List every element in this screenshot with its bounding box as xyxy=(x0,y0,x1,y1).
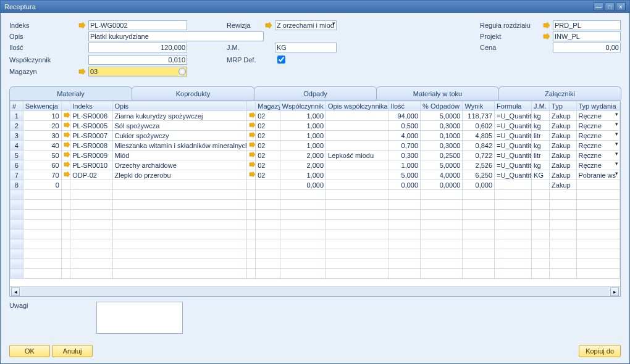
empty-cell[interactable] xyxy=(532,230,550,239)
link-arrow-icon[interactable] xyxy=(543,33,550,40)
empty-cell[interactable] xyxy=(495,269,532,279)
column-header[interactable]: # xyxy=(10,101,23,111)
cell-seq[interactable]: 40 xyxy=(23,141,61,151)
empty-cell[interactable] xyxy=(576,269,620,279)
empty-cell[interactable] xyxy=(495,230,532,239)
cell-ilosc[interactable]: 4,000 xyxy=(388,131,421,141)
empty-cell[interactable] xyxy=(576,230,620,239)
cell-indeks[interactable]: PL-SR0008 xyxy=(70,141,112,151)
empty-cell[interactable] xyxy=(70,249,112,259)
cell-formula[interactable]: =U_Quantity xyxy=(495,160,532,170)
empty-cell[interactable] xyxy=(256,269,280,279)
empty-cell[interactable] xyxy=(550,239,576,249)
cell-wsp[interactable]: 1,000 xyxy=(280,131,326,141)
empty-cell[interactable] xyxy=(550,210,576,220)
table-row[interactable]: 220PL-SR0005Sól spożywcza021,0000,5000,3… xyxy=(10,121,620,131)
cell-typ-wydania[interactable]: Ręczne xyxy=(576,131,620,141)
cell-wsp[interactable]: 0,000 xyxy=(280,180,326,190)
cell-formula[interactable]: =U_Quantity xyxy=(495,131,532,141)
empty-cell[interactable] xyxy=(576,210,620,220)
table-row[interactable]: 110PL-SR0006Ziarna kukurydzy spożywczej0… xyxy=(10,111,620,121)
row-number[interactable] xyxy=(10,239,23,249)
ok-button[interactable]: OK xyxy=(9,345,50,357)
cell-magazyn[interactable]: 02 xyxy=(256,141,280,151)
empty-cell[interactable] xyxy=(463,230,495,239)
empty-cell[interactable] xyxy=(495,210,532,220)
empty-cell[interactable] xyxy=(326,249,388,259)
empty-cell[interactable] xyxy=(532,249,550,259)
empty-cell[interactable] xyxy=(61,230,70,239)
cell-wsp[interactable]: 1,000 xyxy=(280,141,326,151)
empty-cell[interactable] xyxy=(532,210,550,220)
table-row[interactable] xyxy=(10,239,620,249)
row-number[interactable]: 3 xyxy=(10,131,23,141)
column-header[interactable]: Formuła xyxy=(495,101,532,111)
cell-formula[interactable]: =U_Quantity xyxy=(495,151,532,160)
empty-cell[interactable] xyxy=(326,269,388,279)
cell-typ[interactable]: Zakup xyxy=(550,131,576,141)
link-arrow-icon[interactable] xyxy=(61,151,70,160)
empty-cell[interactable] xyxy=(388,269,421,279)
tab-odpady[interactable]: Odpady xyxy=(254,86,377,100)
empty-cell[interactable] xyxy=(23,230,61,239)
empty-cell[interactable] xyxy=(421,239,463,249)
row-number[interactable] xyxy=(10,210,23,220)
cell-indeks[interactable]: PL-SR0006 xyxy=(70,111,112,121)
cell-odpady[interactable]: 5,0000 xyxy=(421,160,463,170)
empty-cell[interactable] xyxy=(23,190,61,200)
tab-zalaczniki[interactable]: Załączniki xyxy=(498,86,621,100)
empty-cell[interactable] xyxy=(61,220,70,230)
cell-opis-wsp[interactable]: Lepkość miodu xyxy=(326,151,388,160)
empty-cell[interactable] xyxy=(495,190,532,200)
empty-cell[interactable] xyxy=(550,230,576,239)
cell-opis-wsp[interactable] xyxy=(326,141,388,151)
cell-seq[interactable]: 20 xyxy=(23,121,61,131)
row-number[interactable]: 1 xyxy=(10,111,23,121)
empty-cell[interactable] xyxy=(421,210,463,220)
cell-indeks[interactable]: PL-SR0009 xyxy=(70,151,112,160)
empty-cell[interactable] xyxy=(280,190,326,200)
empty-cell[interactable] xyxy=(256,259,280,269)
empty-cell[interactable] xyxy=(112,249,246,259)
row-number[interactable] xyxy=(10,220,23,230)
maximize-button[interactable]: □ xyxy=(605,2,615,11)
row-number[interactable] xyxy=(10,259,23,269)
empty-cell[interactable] xyxy=(326,220,388,230)
empty-cell[interactable] xyxy=(246,249,255,259)
rewizja-combo[interactable] xyxy=(275,20,337,30)
cell-opis[interactable]: Zlepki do przerobu xyxy=(112,170,246,180)
empty-cell[interactable] xyxy=(246,269,255,279)
empty-cell[interactable] xyxy=(70,190,112,200)
empty-cell[interactable] xyxy=(246,259,255,269)
cell-ilosc[interactable]: 1,000 xyxy=(388,160,421,170)
empty-cell[interactable] xyxy=(576,249,620,259)
empty-cell[interactable] xyxy=(463,190,495,200)
empty-cell[interactable] xyxy=(550,269,576,279)
empty-cell[interactable] xyxy=(532,259,550,269)
empty-cell[interactable] xyxy=(23,249,61,259)
empty-cell[interactable] xyxy=(532,239,550,249)
cell-opis-wsp[interactable] xyxy=(326,111,388,121)
empty-cell[interactable] xyxy=(256,210,280,220)
horizontal-scrollbar[interactable]: ◂ ▸ xyxy=(10,286,620,296)
cell-opis[interactable]: Ziarna kukurydzy spożywczej xyxy=(112,111,246,121)
scroll-left-button[interactable]: ◂ xyxy=(11,287,20,296)
cell-opis-wsp[interactable] xyxy=(326,121,388,131)
column-header[interactable]: Indeks xyxy=(70,101,112,111)
cell-indeks[interactable]: PL-SR0005 xyxy=(70,121,112,131)
cell-formula[interactable]: =U_Quantity xyxy=(495,121,532,131)
cell-jm[interactable]: kg xyxy=(532,121,550,131)
cell-opis[interactable]: Mieszanka witamin i składników mineralny… xyxy=(112,141,246,151)
cell-typ-wydania[interactable]: Ręczne xyxy=(576,160,620,170)
empty-cell[interactable] xyxy=(256,239,280,249)
link-arrow-icon[interactable] xyxy=(78,68,86,75)
link-arrow-icon[interactable] xyxy=(61,160,70,170)
cell-magazyn[interactable]: 02 xyxy=(256,160,280,170)
wsp-field[interactable] xyxy=(88,55,187,65)
empty-cell[interactable] xyxy=(421,259,463,269)
column-header[interactable]: Magazyn xyxy=(256,101,280,111)
link-arrow-icon[interactable] xyxy=(61,131,70,141)
empty-cell[interactable] xyxy=(23,239,61,249)
empty-cell[interactable] xyxy=(61,190,70,200)
cell-opis[interactable]: Sól spożywcza xyxy=(112,121,246,131)
